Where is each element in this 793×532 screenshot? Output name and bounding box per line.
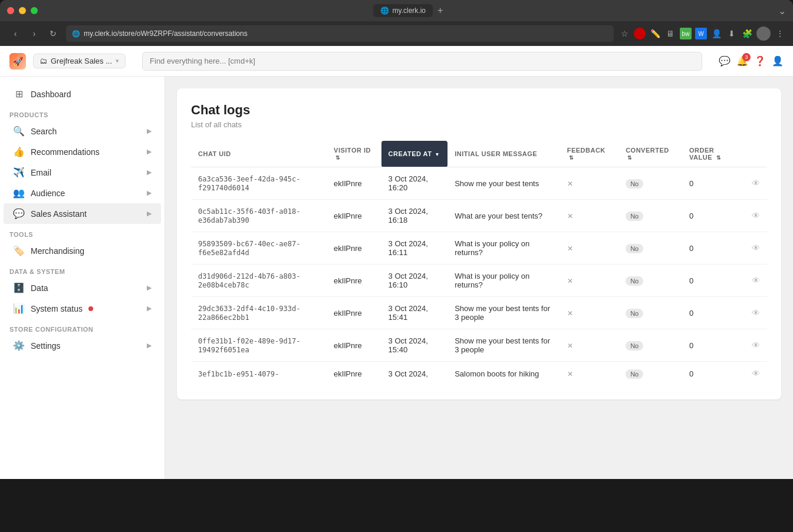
section-label-store-config: STORE CONFIGURATION <box>0 319 164 335</box>
extension-icon-3[interactable]: 🖥 <box>664 28 676 39</box>
sidebar-item-settings[interactable]: ⚙️ Settings ▶ <box>4 335 161 356</box>
page-subtitle: List of all chats <box>191 120 767 129</box>
sidebar-item-merchandising[interactable]: 🏷️ Merchandising <box>4 240 161 261</box>
col-label-order-value: ORDER VALUE <box>689 147 714 161</box>
user-avatar[interactable] <box>756 27 771 41</box>
cell-actions-4: 👁 <box>745 297 767 329</box>
store-selector[interactable]: 🗂 Grejfreak Sales ... ▾ <box>33 54 126 68</box>
menu-icon[interactable]: ⋮ <box>774 28 786 39</box>
table-row: d31d906d-212d-4b76-a803-2e08b4ceb78c ekI… <box>191 265 767 297</box>
col-header-actions <box>745 141 767 167</box>
traffic-light-minimize[interactable] <box>19 7 26 14</box>
cell-initial-message-0: Show me your best tents <box>447 167 560 200</box>
traffic-light-close[interactable] <box>7 7 14 14</box>
cell-order-value-4: 0 <box>682 297 745 329</box>
extension-icon-5[interactable]: W <box>695 28 707 39</box>
cell-converted-1: No <box>618 200 682 232</box>
store-icon: 🗂 <box>40 57 47 65</box>
col-header-visitor-id[interactable]: VISITOR ID ⇅ <box>327 141 381 167</box>
visitor-id-sort-icon: ⇅ <box>335 155 341 161</box>
cell-visitor-id-3: ekIlPnre <box>327 265 381 297</box>
col-header-converted[interactable]: CONVERTED ⇅ <box>618 141 682 167</box>
cell-visitor-id-0: ekIlPnre <box>327 167 381 200</box>
extensions-icon[interactable]: 🧩 <box>741 28 753 39</box>
sidebar-item-dashboard[interactable]: ⊞ Dashboard <box>4 84 161 104</box>
sidebar-system-status-label: System status <box>31 304 83 313</box>
bell-icon[interactable]: 🔔 3 <box>736 55 748 67</box>
address-bar[interactable]: 🌐 my.clerk.io/store/oWr9ZRPF/assistant/c… <box>66 25 614 42</box>
table-row: 0c5ab11c-35f6-403f-a018-e36dab7ab390 ekI… <box>191 200 767 232</box>
view-chat-button-1[interactable]: 👁 <box>752 211 760 220</box>
new-tab-button[interactable]: + <box>437 5 443 16</box>
comment-icon[interactable]: 💬 <box>719 55 731 67</box>
sidebar-recommendations-label: Recommendations <box>31 147 100 157</box>
table-header-row: CHAT UID VISITOR ID ⇅ CREATED AT ▾ <box>191 141 767 167</box>
col-header-feedback[interactable]: FEEDBACK ⇅ <box>560 141 618 167</box>
app-header: 🚀 🗂 Grejfreak Sales ... ▾ 💬 🔔 3 ❓ 👤 <box>0 46 793 77</box>
sidebar-merchandising-label: Merchandising <box>31 246 84 256</box>
back-button[interactable]: ‹ <box>7 25 24 42</box>
view-chat-button-3[interactable]: 👁 <box>752 276 760 285</box>
cell-converted-0: No <box>618 167 682 200</box>
reload-button[interactable]: ↻ <box>45 25 61 42</box>
view-chat-button-0[interactable]: 👁 <box>752 179 760 188</box>
data-icon: 🗄️ <box>13 282 25 293</box>
col-label-initial-message: INITIAL USER MESSAGE <box>455 150 537 157</box>
sidebar-item-sales-assistant[interactable]: 💬 Sales Assistant ▶ <box>4 203 161 224</box>
cell-converted-3: No <box>618 265 682 297</box>
browser-tab[interactable]: 🌐 my.clerk.io <box>373 4 433 17</box>
sidebar-item-search[interactable]: 🔍 Search ▶ <box>4 121 161 141</box>
cell-feedback-0: ✕ <box>560 167 618 200</box>
cell-order-value-6: 0 <box>682 362 745 386</box>
bookmark-icon[interactable]: ☆ <box>618 28 630 39</box>
created-at-sort-icon: ▾ <box>436 151 439 157</box>
view-chat-button-6[interactable]: 👁 <box>752 369 760 378</box>
extension-icon-4[interactable]: bw <box>680 28 692 39</box>
view-chat-button-5[interactable]: 👁 <box>752 341 760 350</box>
cell-created-at-6: 3 Oct 2024, <box>381 362 448 386</box>
sidebar-data-label: Data <box>31 283 48 293</box>
help-icon[interactable]: ❓ <box>754 55 766 67</box>
chat-logs-table: CHAT UID VISITOR ID ⇅ CREATED AT ▾ <box>191 141 767 385</box>
system-status-arrow-icon: ▶ <box>147 305 152 312</box>
cell-order-value-3: 0 <box>682 265 745 297</box>
col-label-converted: CONVERTED <box>626 147 669 154</box>
col-header-created-at[interactable]: CREATED AT ▾ <box>381 141 448 167</box>
traffic-light-maximize[interactable] <box>31 7 38 14</box>
sidebar-item-audience[interactable]: 👥 Audience ▶ <box>4 183 161 203</box>
email-arrow-icon: ▶ <box>147 168 152 176</box>
sidebar-item-recommendations[interactable]: 👍 Recommendations ▶ <box>4 141 161 162</box>
tab-label: my.clerk.io <box>393 6 426 15</box>
col-label-chat-uid: CHAT UID <box>198 150 231 157</box>
cell-created-at-5: 3 Oct 2024, 15:40 <box>381 329 448 362</box>
audience-arrow-icon: ▶ <box>147 189 152 197</box>
sidebar-item-system-status[interactable]: 📊 System status ▶ <box>4 298 161 319</box>
user-profile-icon[interactable]: 👤 <box>772 55 784 67</box>
view-chat-button-2[interactable]: 👁 <box>752 243 760 253</box>
cell-order-value-2: 0 <box>682 232 745 265</box>
cell-actions-5: 👁 <box>745 329 767 362</box>
sidebar-item-data[interactable]: 🗄️ Data ▶ <box>4 277 161 298</box>
col-header-chat-uid[interactable]: CHAT UID <box>191 141 327 167</box>
extension-icon-2[interactable]: ✏️ <box>649 28 661 39</box>
sidebar-settings-label: Settings <box>31 341 61 351</box>
window-expand-icon[interactable]: ⌄ <box>778 5 786 16</box>
cell-chat-uid-0: 6a3ca536-3eef-42da-945c-f291740d6014 <box>191 167 327 200</box>
cell-converted-6: No <box>618 362 682 386</box>
header-search-container <box>142 52 702 71</box>
downloads-icon[interactable]: ⬇ <box>726 28 738 39</box>
cell-visitor-id-1: ekIlPnre <box>327 200 381 232</box>
forward-button[interactable]: › <box>26 25 42 42</box>
store-chevron-icon: ▾ <box>116 57 119 65</box>
cell-initial-message-1: What are your best tents? <box>447 200 560 232</box>
cell-initial-message-5: Show me your best tents for 3 people <box>447 329 560 362</box>
extension-icon-1[interactable] <box>634 28 646 39</box>
col-header-order-value[interactable]: ORDER VALUE ⇅ <box>682 141 745 167</box>
view-chat-button-4[interactable]: 👁 <box>752 308 760 318</box>
header-search-input[interactable] <box>142 52 702 71</box>
content-area: Chat logs List of all chats CHAT UID VIS… <box>165 77 793 479</box>
cell-created-at-1: 3 Oct 2024, 16:18 <box>381 200 448 232</box>
search-arrow-icon: ▶ <box>147 127 152 135</box>
profile-icon[interactable]: 👤 <box>710 28 722 39</box>
sidebar-item-email[interactable]: ✈️ Email ▶ <box>4 162 161 183</box>
